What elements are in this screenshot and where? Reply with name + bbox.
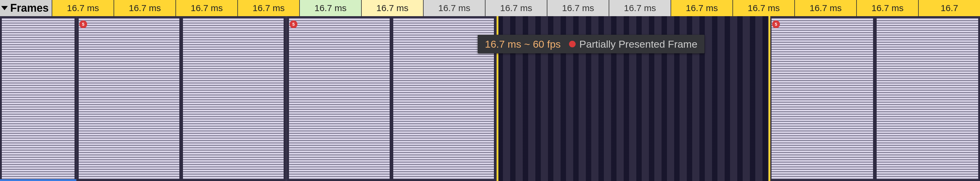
- frames-track-label[interactable]: Frames: [0, 0, 52, 16]
- frame-cell[interactable]: 16.7 ms: [485, 0, 547, 16]
- frame-cell[interactable]: 16.7 ms: [299, 0, 361, 16]
- frame-cell[interactable]: 16.7 ms: [794, 0, 856, 16]
- screenshot-text-column: [183, 18, 283, 179]
- frame-cell[interactable]: 16.7 ms: [423, 0, 485, 16]
- annotation-dot-icon: 5: [79, 20, 87, 28]
- frame-screenshot[interactable]: 5: [770, 16, 980, 181]
- frame-tooltip: 16.7 ms ~ 60 fps Partially Presented Fra…: [478, 35, 705, 54]
- selection-marker[interactable]: [0, 179, 76, 181]
- screenshot-text-column: [877, 18, 978, 179]
- tooltip-timing: 16.7 ms ~ 60 fps: [485, 38, 561, 50]
- frame-cell[interactable]: 16.7 ms: [361, 0, 423, 16]
- frames-header-row: Frames 16.7 ms16.7 ms16.7 ms16.7 ms16.7 …: [0, 0, 980, 16]
- tooltip-swatch-icon: [569, 41, 576, 47]
- frame-cell[interactable]: 16.7 ms: [175, 0, 237, 16]
- frame-cell[interactable]: 16.7 ms: [52, 0, 114, 16]
- frame-cell[interactable]: 16.7 ms: [732, 0, 794, 16]
- screenshot-text-column: [2, 18, 75, 179]
- frame-boundary-divider: [768, 16, 770, 181]
- tooltip-status: Partially Presented Frame: [579, 38, 697, 50]
- annotation-dot-icon: 5: [772, 20, 780, 28]
- screenshot-text-column: [772, 18, 873, 179]
- frame-cell[interactable]: 16.7 ms: [671, 0, 732, 16]
- annotation-dot-icon: 5: [290, 20, 298, 28]
- screenshot-text-column: [289, 18, 390, 179]
- frame-cell[interactable]: 16.7 ms: [856, 0, 918, 16]
- frame-cell[interactable]: 16.7 ms: [547, 0, 609, 16]
- frame-cell[interactable]: 16.7 ms: [609, 0, 671, 16]
- frame-cell[interactable]: 16.7 ms: [114, 0, 175, 16]
- frame-cells-container: 16.7 ms16.7 ms16.7 ms16.7 ms16.7 ms16.7 …: [52, 0, 980, 16]
- frame-cell[interactable]: 16.7 ms: [237, 0, 299, 16]
- frame-screenshot[interactable]: [0, 16, 76, 181]
- frame-screenshot[interactable]: 5: [287, 16, 496, 181]
- frame-screenshots-row[interactable]: 555 16.7 ms ~ 60 fps Partially Presented…: [0, 16, 980, 181]
- frames-label-text: Frames: [10, 2, 49, 14]
- screenshot-text-column: [79, 18, 179, 179]
- frame-screenshot[interactable]: 5: [77, 16, 285, 181]
- disclosure-triangle-icon[interactable]: [1, 6, 8, 10]
- frame-cell[interactable]: 16.7: [918, 0, 980, 16]
